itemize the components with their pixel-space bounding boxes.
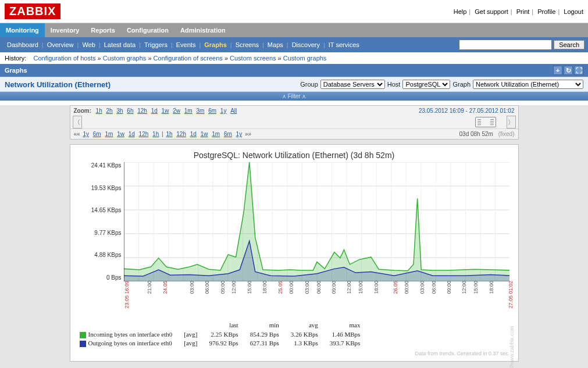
x-tick: 03:00: [419, 281, 425, 294]
y-tick: 14.65 KBps: [79, 207, 122, 213]
chart-title: PostgreSQL: Network Utilization (Etherne…: [79, 151, 510, 160]
shift-level[interactable]: 1d: [190, 131, 197, 137]
x-tick: 00:00: [404, 281, 409, 294]
nav-administration[interactable]: Administration: [174, 23, 231, 37]
shift-level[interactable]: 1m: [105, 131, 113, 137]
nav-reports[interactable]: Reports: [85, 23, 121, 37]
x-tick: 23.05 16:09: [124, 281, 130, 309]
host-select[interactable]: PostgreSQL: [402, 80, 450, 89]
history-item[interactable]: Custom graphs: [283, 55, 327, 62]
zoom-level[interactable]: 1y: [220, 108, 227, 114]
search-input[interactable]: [459, 40, 552, 50]
timeline-back-button[interactable]: 〈: [73, 116, 82, 128]
subnav-it[interactable]: IT services: [325, 40, 363, 49]
x-tick: 06:00: [431, 281, 437, 294]
refresh-icon[interactable]: ↻: [564, 66, 573, 75]
add-icon[interactable]: +: [553, 66, 562, 75]
x-tick: 00:00: [288, 281, 294, 294]
shift-level[interactable]: 6m: [93, 131, 101, 137]
x-tick: 09:00: [331, 281, 337, 294]
zoom-level[interactable]: 1h: [96, 108, 102, 114]
zoom-level[interactable]: 3h: [116, 108, 123, 114]
filter-toggle[interactable]: ⋏ Filter ⋏: [0, 92, 588, 101]
subnav-dashboard[interactable]: Dashboard: [3, 40, 42, 49]
x-tick: 09:00: [446, 281, 452, 294]
zoom-level[interactable]: 6m: [208, 108, 216, 114]
subnav-maps[interactable]: Maps: [264, 40, 287, 49]
section-header: Graphs + ↻ ⛶: [0, 64, 588, 77]
shift-level[interactable]: 6m: [224, 131, 232, 137]
shift-level[interactable]: 12h: [176, 131, 186, 137]
profile-link[interactable]: Profile: [537, 8, 555, 15]
sub-nav: Dashboard| Overview| Web| Latest data| T…: [0, 37, 588, 52]
host-label: Host: [387, 81, 401, 88]
shift-level[interactable]: 1h: [166, 131, 172, 137]
timeline-forward-button[interactable]: 〉: [507, 116, 516, 128]
print-link[interactable]: Print: [516, 8, 530, 15]
zoom-level[interactable]: 1d: [151, 108, 158, 114]
y-tick: 9.77 KBps: [79, 230, 122, 236]
x-tick: 12:00: [346, 281, 352, 294]
zoom-level[interactable]: 2h: [106, 108, 113, 114]
fullscreen-icon[interactable]: ⛶: [574, 66, 583, 75]
zoom-level[interactable]: 3m: [196, 108, 204, 114]
graph-select[interactable]: Network Utilization (Ethernet): [473, 80, 583, 89]
nav-inventory[interactable]: Inventory: [45, 23, 85, 37]
section-title: Graphs: [5, 67, 27, 74]
subnav-events[interactable]: Events: [173, 40, 199, 49]
history-item[interactable]: Configuration of hosts: [34, 55, 96, 62]
x-tick: 15:00: [358, 281, 364, 294]
subnav-graphs[interactable]: Graphs: [201, 40, 230, 49]
timeline-track[interactable]: [82, 116, 507, 128]
zoom-level[interactable]: 2w: [173, 108, 180, 114]
shift-level[interactable]: 1d: [129, 131, 135, 137]
zoom-label: Zoom:: [74, 108, 92, 114]
legend-h-min: min: [250, 321, 290, 330]
subnav-triggers[interactable]: Triggers: [141, 40, 171, 49]
group-select[interactable]: Database Servers: [320, 80, 385, 89]
subnav-latest[interactable]: Latest data: [101, 40, 139, 49]
support-link[interactable]: Get support: [475, 8, 508, 15]
legend-last: 2.25 KBps: [209, 331, 249, 338]
subnav-web[interactable]: Web: [79, 40, 98, 49]
timeline-thumb[interactable]: [475, 117, 496, 127]
timeline-duration: 03d 08h 52m: [459, 131, 493, 137]
search-button[interactable]: Search: [554, 40, 585, 49]
logout-link[interactable]: Logout: [564, 8, 583, 15]
shift-level[interactable]: 1m: [212, 131, 220, 137]
zoom-level[interactable]: 1w: [162, 108, 169, 114]
shift-level[interactable]: 12h: [139, 131, 149, 137]
x-tick: 18:00: [373, 281, 379, 294]
help-link[interactable]: Help: [454, 8, 467, 15]
y-tick: 19.53 KBps: [79, 185, 122, 191]
subnav-screens[interactable]: Screens: [232, 40, 262, 49]
top-links: Help| Get support| Print| Profile| Logou…: [454, 8, 583, 15]
zoom-level[interactable]: All: [230, 108, 237, 114]
history-bar: History: Configuration of hosts » Custom…: [0, 52, 588, 64]
subnav-discovery[interactable]: Discovery: [288, 40, 323, 49]
shift-level[interactable]: 1y: [236, 131, 243, 137]
shift-level[interactable]: 1w: [117, 131, 124, 137]
x-tick: 15:00: [473, 281, 479, 294]
nav-monitoring[interactable]: Monitoring: [0, 23, 45, 37]
history-item[interactable]: Configuration of screens: [154, 55, 223, 62]
history-item[interactable]: Custom screens: [230, 55, 276, 62]
legend-avg: 1.3 KBps: [291, 340, 329, 347]
shift-level[interactable]: 1w: [201, 131, 208, 137]
zoom-level[interactable]: 1m: [184, 108, 193, 114]
history-item[interactable]: Custom graphs: [103, 55, 147, 62]
legend-series-name: Outgoing bytes on interface eth0: [80, 340, 183, 347]
zoom-level[interactable]: 6h: [127, 108, 133, 114]
chart-footer-note: Data from trends. Generated in 0.37 sec.: [79, 351, 510, 356]
shift-level[interactable]: 1h: [152, 131, 159, 137]
subnav-overview[interactable]: Overview: [44, 40, 77, 49]
zoom-level[interactable]: 12h: [137, 108, 147, 114]
nav-configuration[interactable]: Configuration: [121, 23, 174, 37]
zabbix-url-watermark: http://www.zabbix.com: [509, 326, 515, 368]
x-tick: 26.05: [393, 281, 398, 294]
page-title: Network Utilization (Ethernet): [5, 80, 111, 89]
x-tick: 06:00: [316, 281, 322, 294]
logo: ZABBIX: [5, 3, 60, 19]
graph-label: Graph: [452, 81, 471, 88]
shift-level[interactable]: 1y: [83, 131, 89, 137]
